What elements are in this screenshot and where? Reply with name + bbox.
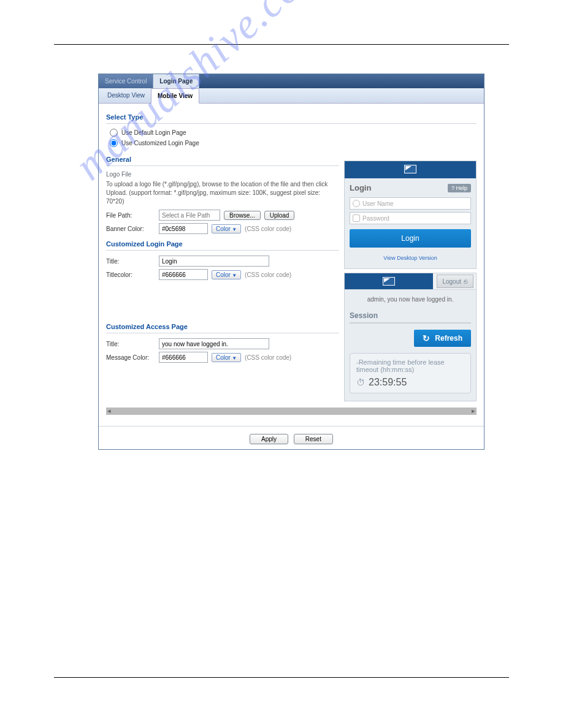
divider — [106, 250, 339, 251]
preview2-banner — [345, 273, 433, 289]
username-input[interactable]: User Name — [350, 197, 471, 210]
logo-file-label: Logo File — [106, 171, 339, 178]
password-input[interactable]: Password — [350, 212, 471, 224]
remaining-label: -Remaining time before lease timeout (hh… — [356, 358, 464, 373]
general-heading: General — [106, 156, 339, 163]
time-value: 23:59:55 — [369, 377, 407, 388]
tabbar-sub: Desktop View Mobile View — [99, 88, 484, 104]
css-hint: (CSS color code) — [245, 271, 291, 278]
clp-titlecolor-label: Titlecolor: — [106, 271, 155, 278]
tab-desktop-view[interactable]: Desktop View — [101, 88, 151, 103]
browse-button[interactable]: Browse... — [224, 211, 261, 220]
reset-button[interactable]: Reset — [294, 434, 333, 444]
password-placeholder: Password — [362, 215, 389, 222]
divider — [106, 123, 477, 124]
tab-service-control[interactable]: Service Control — [99, 74, 153, 88]
help-button[interactable]: ? Help — [448, 184, 471, 192]
lock-icon — [353, 214, 360, 222]
select-type-heading: Select Type — [106, 113, 477, 121]
radio-custom-label: Use Customized Login Page — [121, 140, 199, 146]
file-path-input[interactable] — [159, 210, 220, 221]
horizontal-scrollbar[interactable] — [106, 408, 477, 415]
clp-title-input[interactable] — [159, 256, 269, 267]
radio-custom-login[interactable] — [110, 139, 118, 147]
preview-banner — [345, 161, 476, 178]
timeout-box: -Remaining time before lease timeout (hh… — [350, 353, 471, 393]
footer-buttons: Apply Reset — [99, 426, 484, 449]
banner-color-input[interactable] — [159, 223, 208, 234]
view-desktop-link[interactable]: View Desktop Version — [345, 252, 476, 268]
logout-label: Logout — [442, 278, 461, 285]
preview-login-button[interactable]: Login — [350, 229, 471, 248]
access-message: admin, you now have logged in. — [345, 290, 476, 309]
clp-title-label: Title: — [106, 258, 155, 265]
logout-button[interactable]: Logout — [437, 275, 473, 288]
radio-default-label: Use Default Login Page — [121, 129, 186, 136]
file-path-label: File Path: — [106, 212, 155, 219]
upload-button[interactable]: Upload — [264, 211, 295, 220]
user-icon — [353, 200, 360, 207]
preview-login-title: Login — [350, 183, 371, 192]
clp-titlecolor-input[interactable] — [159, 269, 208, 280]
tab-mobile-view[interactable]: Mobile View — [151, 88, 199, 104]
cap-msgcolor-label: Message Color: — [106, 354, 155, 361]
username-placeholder: User Name — [362, 200, 394, 207]
tab-login-page[interactable]: Login Page — [153, 74, 199, 88]
cap-heading: Customized Access Page — [106, 323, 339, 330]
page-rule-bottom — [54, 677, 509, 678]
refresh-label: Refresh — [435, 334, 462, 343]
divider — [106, 333, 339, 333]
radio-default-login[interactable] — [110, 129, 118, 137]
css-hint: (CSS color code) — [245, 226, 291, 232]
cap-title-label: Title: — [106, 341, 155, 347]
app-window: Service Control Login Page Desktop View … — [98, 74, 484, 450]
logo-file-desc: To upload a logo file (*.gif/png/jpg), b… — [106, 180, 339, 206]
clp-heading: Customized Login Page — [106, 240, 339, 248]
session-heading: Session — [350, 309, 471, 324]
cap-title-input[interactable] — [159, 338, 269, 349]
remaining-time: 23:59:55 — [356, 377, 464, 388]
css-hint: (CSS color code) — [245, 354, 291, 361]
access-preview: Logout admin, you now have logged in. Se… — [344, 273, 477, 401]
clp-color-picker[interactable]: Color — [212, 270, 241, 279]
page-rule-top — [54, 44, 509, 45]
content-area: Select Type Use Default Login Page Use C… — [99, 104, 484, 421]
tabbar-top: Service Control Login Page — [99, 74, 484, 88]
apply-button[interactable]: Apply — [250, 434, 288, 444]
cap-msgcolor-input[interactable] — [159, 352, 208, 363]
refresh-button[interactable]: Refresh — [414, 330, 471, 347]
image-icon — [404, 165, 416, 173]
cap-color-picker[interactable]: Color — [212, 353, 241, 362]
divider — [106, 165, 339, 166]
login-preview: Login ? Help User Name Password Login Vi… — [344, 161, 477, 269]
banner-color-picker[interactable]: Color — [212, 224, 241, 233]
image-icon — [383, 277, 395, 286]
banner-color-label: Banner Color: — [106, 226, 155, 232]
